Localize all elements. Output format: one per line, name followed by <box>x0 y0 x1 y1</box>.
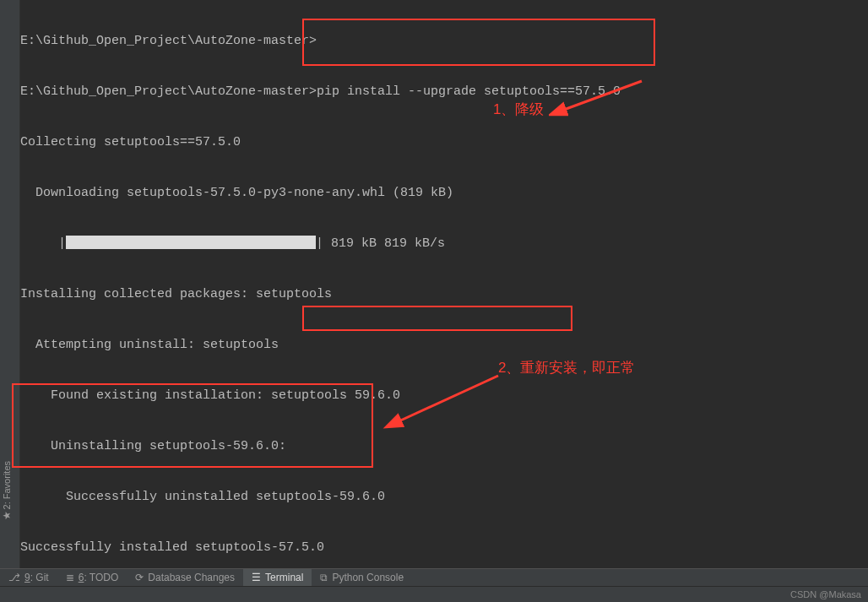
bottom-tool-bar: ⎇ 9: Git ≣ 6: TODO ⟳ Database Changes ☰ … <box>0 568 868 586</box>
terminal-line: Attempting uninstall: setuptools <box>20 333 868 358</box>
star-icon: ★ <box>1 511 13 520</box>
python-console-button[interactable]: ⧉ Python Console <box>312 569 412 587</box>
terminal-tool-button[interactable]: ☰ Terminal <box>243 569 312 587</box>
terminal-icon: ☰ <box>252 572 261 583</box>
python-icon: ⧉ <box>320 572 328 583</box>
terminal-line: Downloading setuptools-57.5.0-py3-none-a… <box>20 181 868 206</box>
terminal-line: Found existing installation: setuptools … <box>20 383 868 409</box>
todo-tool-button[interactable]: ≣ 6: TODO <box>57 569 127 587</box>
progress-bar <box>66 236 316 249</box>
watermark-text: CSDN @Makasa <box>790 589 861 599</box>
terminal-line: E:\Github_Open_Project\AutoZone-master>p… <box>20 79 868 105</box>
favorites-tool-button[interactable]: ★ 2: Favorites <box>2 461 12 524</box>
terminal-line: Successfully uninstalled setuptools-59.6… <box>20 485 868 510</box>
left-tool-gutter: ★ 2: Favorites <box>0 0 20 568</box>
status-bar: CSDN @Makasa <box>0 586 868 602</box>
terminal-line: Collecting setuptools==57.5.0 <box>20 130 868 155</box>
terminal-line: Installing collected packages: setuptool… <box>20 282 868 307</box>
terminal-panel[interactable]: E:\Github_Open_Project\AutoZone-master> … <box>20 0 868 568</box>
database-changes-button[interactable]: ⟳ Database Changes <box>127 569 243 587</box>
favorites-label: 2: Favorites <box>2 461 12 509</box>
terminal-line: Uninstalling setuptools-59.6.0: <box>20 434 868 459</box>
terminal-line: Successfully installed setuptools-57.5.0 <box>20 535 868 561</box>
git-branch-icon: ⎇ <box>8 572 20 583</box>
terminal-line: E:\Github_Open_Project\AutoZone-master> <box>20 29 868 54</box>
git-tool-button[interactable]: ⎇ 9: Git <box>0 569 57 587</box>
terminal-line: || 819 kB 819 kB/s <box>20 231 868 257</box>
list-icon: ≣ <box>66 572 74 583</box>
refresh-icon: ⟳ <box>135 572 144 583</box>
